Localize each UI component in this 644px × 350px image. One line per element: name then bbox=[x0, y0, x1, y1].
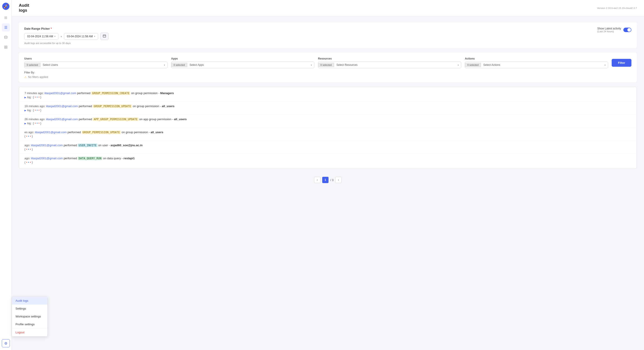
warning-icon: ⚠ bbox=[24, 76, 27, 79]
actions-chevron-icon: ▾ bbox=[602, 62, 608, 68]
filter-apps-label: Apps bbox=[171, 57, 314, 60]
context-menu-settings[interactable]: Settings bbox=[12, 305, 48, 312]
date-range-section: Date Range Picker * 02-04-2024 11:58 AM … bbox=[19, 23, 637, 48]
svg-rect-5 bbox=[103, 35, 106, 37]
date-range-row: 02-04-2024 11:58 AM ▾ › 03-04-2024 11:58… bbox=[24, 33, 108, 40]
svg-rect-3 bbox=[4, 47, 6, 49]
pagination-next-button[interactable]: › bbox=[335, 177, 342, 183]
pagination-prev-button[interactable]: ‹ bbox=[314, 177, 320, 183]
sidebar-icon-list[interactable]: ☰ bbox=[2, 23, 10, 32]
filter-users-select[interactable]: 0 selected Select Users ▾ bbox=[24, 62, 168, 68]
version-text: Version 2.33.6-ee2.15.19-cloud2.3.7 bbox=[597, 7, 637, 10]
sidebar-icon-database[interactable] bbox=[2, 33, 10, 41]
filter-resources-select[interactable]: 0 selected Select Resources ▾ bbox=[318, 62, 461, 68]
log-email: iitasjad2001@gmail.com bbox=[46, 105, 78, 108]
filter-group-resources: Resources 0 selected Select Resources ▾ bbox=[318, 57, 461, 68]
log-resource: Managers bbox=[160, 91, 174, 95]
log-time: 7 minutes ago: bbox=[24, 91, 44, 95]
context-menu: Audit logs Settings Workspace settings P… bbox=[12, 296, 48, 336]
log-email: iitasjad2001@gmail.com bbox=[31, 157, 63, 160]
log-time: es ago: bbox=[24, 131, 34, 134]
filter-group-apps: Apps 0 selected Select Apps ▾ bbox=[171, 57, 314, 68]
filter-group-users: Users 0 selected Select Users ▾ bbox=[24, 57, 168, 68]
filter-by-label: Filter By: bbox=[24, 71, 632, 74]
apps-select-placeholder[interactable]: Select Apps bbox=[187, 62, 308, 68]
start-date-value: 02-04-2024 11:58 AM bbox=[27, 35, 53, 38]
log-expand[interactable]: { • • • } bbox=[24, 135, 631, 138]
latest-activity-label: Show Latest activity bbox=[597, 27, 621, 30]
log-dot-blue: • bbox=[36, 109, 38, 112]
log-time: 26 minutes ago: bbox=[24, 118, 45, 121]
end-date-chevron-icon: ▾ bbox=[94, 35, 95, 38]
log-email: iitasjad2001@gmail.com bbox=[44, 91, 76, 95]
filter-users-label: Users bbox=[24, 57, 168, 60]
log-header: ago: iitasjad2001@gmail.com performed US… bbox=[24, 144, 631, 147]
log-time: ago: bbox=[24, 157, 30, 160]
log-header: ago: iitasjad2001@gmail.com performed DA… bbox=[24, 157, 631, 160]
filter-actions-label: Actions bbox=[465, 57, 608, 60]
users-select-placeholder[interactable]: Select Users bbox=[40, 62, 162, 68]
pagination: ‹ 1 / 3 › bbox=[19, 173, 637, 187]
log-entry: 26 minutes ago: iitasjad2001@gmail.com p… bbox=[19, 115, 636, 128]
log-resource: all_users bbox=[162, 105, 174, 108]
log-dot-red: • bbox=[35, 122, 36, 125]
filter-button[interactable]: Filter bbox=[612, 59, 632, 67]
context-menu-profile-settings[interactable]: Profile settings bbox=[12, 320, 48, 328]
actions-select-placeholder[interactable]: Select Actions bbox=[481, 62, 602, 68]
log-expand[interactable]: ▶ log : { • • • } bbox=[24, 96, 631, 99]
log-dot-blue: • bbox=[28, 161, 29, 164]
log-expand[interactable]: ▶ log : { • • • } bbox=[24, 122, 631, 125]
log-dot-red: • bbox=[35, 109, 36, 112]
filter-apps-select[interactable]: 0 selected Select Apps ▾ bbox=[171, 62, 314, 68]
toggle-knob bbox=[628, 28, 631, 32]
sidebar: 🚀 ⊞ ☰ ⚙ Audit logs Settings Workspac bbox=[0, 0, 12, 350]
svg-rect-1 bbox=[4, 46, 6, 47]
log-action: USER_INVITE bbox=[78, 144, 97, 147]
log-email: iitasjad2001@gmail.com bbox=[35, 131, 67, 134]
calendar-button[interactable] bbox=[100, 33, 108, 40]
latest-activity-sub: (Last 24 hours) bbox=[597, 30, 621, 33]
date-note: Audit logs are accessible for up to 30 d… bbox=[24, 42, 108, 45]
log-arrow-icon: ▶ bbox=[24, 96, 26, 99]
sidebar-icon-grid[interactable]: ⊞ bbox=[2, 14, 10, 22]
filter-actions-select[interactable]: 0 selected Select Actions ▾ bbox=[465, 62, 608, 68]
log-entry: es ago: iitasjad2001@gmail.com performed… bbox=[19, 128, 636, 141]
log-dot-red2: • bbox=[38, 122, 39, 125]
log-dot-red2: • bbox=[38, 109, 39, 112]
log-entry: ago: iitasjad2001@gmail.com performed US… bbox=[19, 141, 636, 154]
log-expand[interactable]: { • • • } bbox=[24, 161, 631, 164]
pagination-current-page: 1 bbox=[322, 177, 328, 183]
latest-activity: Show Latest activity (Last 24 hours) bbox=[597, 27, 632, 33]
context-menu-logout[interactable]: Logout bbox=[12, 328, 48, 336]
start-date-input[interactable]: 02-04-2024 11:58 AM ▾ bbox=[24, 33, 58, 40]
log-dot-red: • bbox=[26, 161, 27, 164]
sidebar-icon-puzzle[interactable] bbox=[2, 43, 10, 51]
date-range-label: Date Range Picker * bbox=[24, 27, 108, 30]
end-date-value: 03-04-2024 11:58 AM bbox=[67, 35, 93, 38]
log-arrow-icon: ▶ bbox=[24, 109, 26, 112]
log-resource: asjad60_soe@jnu.ac.in bbox=[110, 144, 142, 147]
latest-activity-toggle[interactable] bbox=[623, 28, 632, 32]
log-resource: restapi1 bbox=[124, 157, 135, 160]
log-resource: all_users bbox=[151, 131, 163, 134]
sidebar-gear-button[interactable]: ⚙ bbox=[2, 339, 10, 347]
date-separator: › bbox=[61, 35, 62, 38]
filter-group-actions: Actions 0 selected Select Actions ▾ bbox=[465, 57, 608, 68]
main-content: Auditlogs Version 2.33.6-ee2.15.19-cloud… bbox=[12, 0, 644, 350]
content-area: Date Range Picker * 02-04-2024 11:58 AM … bbox=[12, 16, 644, 193]
users-chevron-icon: ▾ bbox=[162, 62, 167, 68]
context-menu-audit-logs[interactable]: Audit logs bbox=[12, 297, 48, 305]
context-menu-workspace-settings[interactable]: Workspace settings bbox=[12, 312, 48, 320]
resources-chevron-icon: ▾ bbox=[456, 62, 461, 68]
resources-selected-badge: 0 selected bbox=[318, 63, 334, 67]
filter-row: Users 0 selected Select Users ▾ Apps 0 s… bbox=[24, 57, 632, 68]
app-logo[interactable]: 🚀 bbox=[2, 3, 10, 10]
log-dot-red2: • bbox=[38, 96, 39, 99]
log-action: DATA_QUERY_RUN bbox=[78, 157, 102, 160]
pagination-total: / 3 bbox=[330, 178, 334, 182]
log-expand[interactable]: { • • • } bbox=[24, 148, 631, 151]
no-filters-text: No filters applied bbox=[28, 76, 48, 79]
end-date-input[interactable]: 03-04-2024 11:58 AM ▾ bbox=[64, 33, 98, 40]
resources-select-placeholder[interactable]: Select Resources bbox=[334, 62, 456, 68]
log-expand[interactable]: ▶ log : { • • • } bbox=[24, 109, 631, 112]
